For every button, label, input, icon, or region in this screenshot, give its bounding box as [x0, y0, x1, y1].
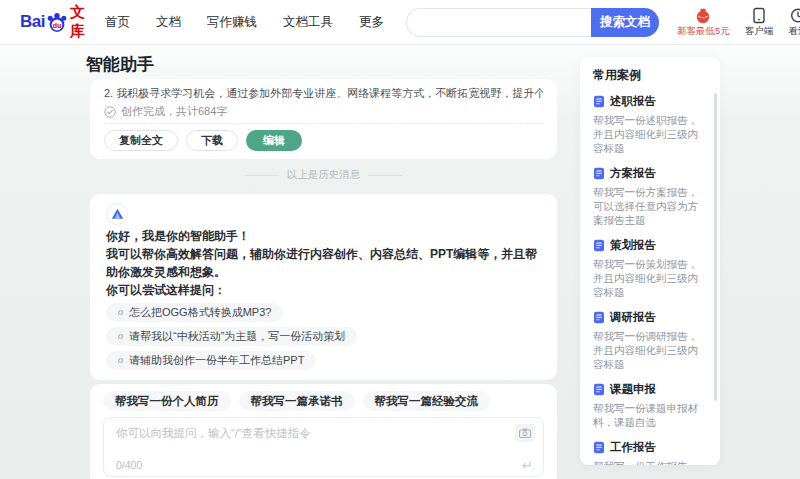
use-case-label: 课题申报 — [610, 382, 656, 397]
quick-prompt-chip[interactable]: 帮我写一份个人简历 — [103, 391, 231, 411]
bullet-icon — [118, 310, 123, 315]
svg-text:du: du — [52, 20, 62, 29]
composer-card: 帮我写一份个人简历帮我写一篇承诺书帮我写一篇经验交流 0/400 ↵ — [90, 384, 557, 479]
clock-icon — [790, 7, 800, 24]
bullet-icon — [118, 358, 123, 363]
use-case-description: 帮我写一份工作报告，工作类型随机 — [593, 459, 706, 465]
doc-icon — [593, 239, 605, 252]
use-cases-sidebar: 常用案例 述职报告 — [580, 57, 720, 465]
sidebar-scrollbar[interactable] — [714, 93, 717, 401]
use-case-description: 帮我写一份策划报告，并且内容细化到三级内容标题 — [593, 257, 706, 299]
suggested-question-chip[interactable]: 请帮我以“中秋活动”为主题，写一份活动策划 — [106, 327, 357, 346]
doc-icon — [593, 441, 605, 454]
nav-item[interactable]: 首页 — [105, 14, 130, 31]
header-right: 新客最低5元 客户端 看过 — [677, 7, 800, 38]
history-message-text: 2. 我积极寻求学习机会，通过参加外部专业讲座、网络课程等方式，不断拓宽视野，提… — [104, 86, 543, 100]
use-case-item[interactable]: 述职报告 帮我写一份述职报告，并且内容细化到三级内容标题 — [593, 94, 706, 155]
history-divider: 以上是历史消息 — [90, 168, 557, 182]
doc-search: 搜索文档 — [406, 8, 659, 37]
use-case-description: 帮我写一份方案报告，可以选择任意内容为方案报告主题 — [593, 185, 706, 227]
copy-all-button[interactable]: 复制全文 — [104, 130, 178, 151]
paw-icon: du — [46, 12, 68, 33]
viewed-entry[interactable]: 看过 — [788, 7, 800, 38]
use-case-item[interactable]: 方案报告 帮我写一份方案报告，可以选择任意内容为方案报告主题 — [593, 166, 706, 227]
main-nav: 首页文档写作赚钱文档工具更多 — [105, 14, 384, 31]
check-circle-icon — [104, 106, 116, 118]
use-case-label: 述职报告 — [610, 94, 656, 109]
history-divider-label: 以上是历史消息 — [287, 168, 361, 182]
prompt-input[interactable] — [104, 418, 503, 452]
enter-send-icon[interactable]: ↵ — [522, 458, 533, 473]
quick-prompt-chip[interactable]: 帮我写一篇经验交流 — [363, 391, 491, 411]
greeting-line-2: 我可以帮你高效解答问题，辅助你进行内容创作、内容总结、PPT编辑等，并且帮助你激… — [106, 245, 541, 281]
use-case-label: 调研报告 — [610, 310, 656, 325]
suggested-question-text: 怎么把OGG格式转换成MP3? — [129, 305, 271, 320]
client-label: 客户端 — [745, 25, 774, 38]
nav-item[interactable]: 写作赚钱 — [207, 14, 257, 31]
quick-prompts: 帮我写一份个人简历帮我写一篇承诺书帮我写一篇经验交流 — [103, 391, 544, 411]
use-case-label: 工作报告 — [610, 440, 656, 455]
sidebar-title: 常用案例 — [593, 67, 706, 84]
download-button[interactable]: 下载 — [186, 130, 238, 151]
char-counter: 0/400 — [116, 459, 142, 471]
search-button[interactable]: 搜索文档 — [591, 8, 659, 37]
assistant-avatar-icon — [106, 203, 128, 225]
divider-line — [368, 175, 402, 176]
status-text: 创作完成，共计684字 — [121, 104, 227, 119]
edit-button[interactable]: 编辑 — [246, 130, 302, 151]
use-case-description: 帮我写一份述职报告，并且内容细化到三级内容标题 — [593, 113, 706, 155]
use-case-description: 帮我写一份调研报告，并且内容细化到三级内容标题 — [593, 329, 706, 371]
use-case-item[interactable]: 课题申报 帮我写一份课题申报材料，课题自选 — [593, 382, 706, 429]
suggested-question-chip[interactable]: 怎么把OGG格式转换成MP3? — [106, 303, 283, 322]
suggested-question-text: 请帮我以“中秋活动”为主题，写一份活动策划 — [129, 329, 345, 344]
nav-item[interactable]: 文档工具 — [283, 14, 333, 31]
use-case-item[interactable]: 策划报告 帮我写一份策划报告，并且内容细化到三级内容标题 — [593, 238, 706, 299]
creation-status: 创作完成，共计684字 — [104, 105, 543, 118]
greeting-line-1: 你好，我是你的智能助手！ — [106, 227, 541, 245]
baidu-wenku-logo[interactable]: Bai du 文库 — [20, 3, 85, 41]
chat-panel: 智能助手 2. 我积极寻求学习机会，通过参加外部专业讲座、网络课程等方式，不断拓… — [90, 45, 557, 479]
use-case-list: 述职报告 帮我写一份述职报告，并且内容细化到三级内容标题 — [593, 94, 706, 465]
assistant-greeting-bubble: 你好，我是你的智能助手！ 我可以帮你高效解答问题，辅助你进行内容创作、内容总结、… — [90, 194, 557, 380]
logo-text-wenku: 文库 — [70, 3, 85, 41]
history-message-bubble: 2. 我积极寻求学习机会，通过参加外部专业讲座、网络课程等方式，不断拓宽视野，提… — [90, 79, 557, 159]
client-entry[interactable]: 客户端 — [745, 7, 774, 38]
viewed-label: 看过 — [788, 25, 800, 38]
use-case-label: 策划报告 — [610, 238, 656, 253]
nav-item[interactable]: 文档 — [156, 14, 181, 31]
prompt-input-box: 0/400 ↵ — [103, 417, 544, 477]
doc-icon — [593, 95, 605, 108]
divider-line — [245, 175, 279, 176]
dashed-divider — [104, 123, 543, 124]
image-upload-button[interactable] — [515, 424, 535, 442]
use-case-label: 方案报告 — [610, 166, 656, 181]
use-case-description: 帮我写一份课题申报材料，课题自选 — [593, 401, 706, 429]
top-navbar: Bai du 文库 首页文档写作赚钱文档工具更多 搜索文档 — [0, 0, 800, 45]
page-content: 智能助手 2. 我积极寻求学习机会，通过参加外部专业讲座、网络课程等方式，不断拓… — [0, 45, 800, 479]
promo-label: 新客最低5元 — [677, 25, 730, 38]
suggested-questions: 怎么把OGG格式转换成MP3? 请帮我以“中秋活动”为主题，写一份活动策划 请辅… — [106, 303, 541, 370]
doc-icon — [593, 167, 605, 180]
phone-icon — [752, 7, 766, 24]
suggested-question-text: 请辅助我创作一份半年工作总结PPT — [129, 353, 304, 368]
use-case-item[interactable]: 工作报告 帮我写一份工作报告，工作类型随机 — [593, 440, 706, 465]
doc-icon — [593, 383, 605, 396]
use-case-item[interactable]: 调研报告 帮我写一份调研报告，并且内容细化到三级内容标题 — [593, 310, 706, 371]
doc-icon — [593, 311, 605, 324]
logo-text-bai: Bai — [20, 12, 45, 32]
nav-item[interactable]: 更多 — [359, 14, 384, 31]
bullet-icon — [118, 334, 123, 339]
message-actions: 复制全文 下载 编辑 — [104, 130, 543, 151]
greeting-line-3: 你可以尝试这样提问： — [106, 281, 541, 299]
suggested-question-chip[interactable]: 请辅助我创作一份半年工作总结PPT — [106, 351, 316, 370]
promo-gift-icon — [693, 7, 713, 24]
page-title: 智能助手 — [86, 45, 557, 77]
promo-entry[interactable]: 新客最低5元 — [677, 7, 730, 38]
quick-prompt-chip[interactable]: 帮我写一篇承诺书 — [239, 391, 355, 411]
search-input[interactable] — [406, 8, 591, 37]
